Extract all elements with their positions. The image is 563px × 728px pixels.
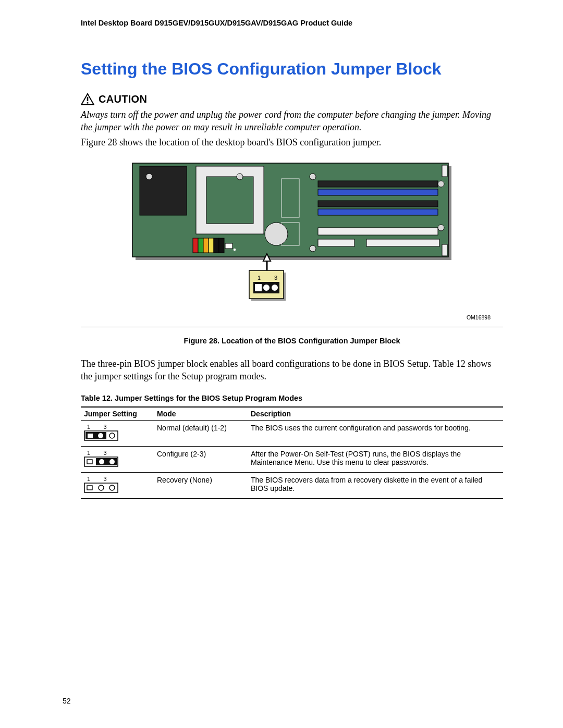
svg-rect-44	[88, 434, 93, 438]
figure-28: 1 3 OM16898	[81, 161, 503, 327]
motherboard-diagram: 1 3	[130, 161, 454, 312]
svg-point-10	[265, 223, 288, 245]
svg-rect-52	[84, 483, 118, 492]
cell-mode: Configure (2-3)	[154, 447, 248, 473]
svg-rect-11	[318, 181, 438, 187]
svg-rect-18	[442, 165, 447, 177]
cell-desc: After the Power-On Self-Test (POST) runs…	[248, 447, 503, 473]
svg-point-20	[146, 174, 152, 180]
svg-rect-13	[318, 201, 438, 207]
svg-rect-15	[318, 228, 438, 235]
figure-om-label: OM16898	[81, 314, 503, 320]
caution-heading: CAUTION	[81, 93, 503, 105]
svg-rect-26	[193, 238, 198, 253]
jumper-settings-table: Jumper Setting Mode Description 1 3	[81, 406, 503, 499]
callout-pin-1: 1	[258, 275, 261, 281]
svg-point-45	[98, 433, 103, 438]
pin-labels: 1 3	[84, 450, 151, 456]
table-row: 1 3 Recovery (None) The BIOS recovers da…	[81, 473, 503, 499]
svg-rect-7	[140, 166, 187, 215]
svg-rect-28	[203, 238, 209, 253]
pin-labels: 1 3	[84, 476, 151, 482]
svg-rect-1	[87, 97, 89, 101]
cell-mode: Recovery (None)	[154, 473, 248, 499]
svg-point-22	[310, 174, 316, 180]
warning-icon	[81, 93, 94, 105]
th-mode: Mode	[154, 407, 248, 421]
svg-rect-16	[366, 239, 439, 246]
figure-caption: Figure 28. Location of the BIOS Configur…	[81, 337, 503, 345]
svg-rect-6	[206, 177, 253, 224]
svg-point-41	[272, 285, 278, 291]
doc-header: Intel Desktop Board D915GEV/D915GUX/D915…	[81, 19, 503, 27]
th-desc: Description	[248, 407, 503, 421]
caution-label: CAUTION	[99, 93, 147, 105]
pin-labels: 1 3	[84, 424, 151, 430]
table-caption: Table 12. Jumper Settings for the BIOS S…	[81, 394, 503, 402]
after-figure-text: The three-pin BIOS jumper block enables …	[81, 357, 503, 383]
page-number: 52	[63, 697, 71, 705]
svg-rect-29	[209, 238, 214, 253]
svg-point-51	[109, 459, 115, 464]
svg-rect-39	[255, 284, 262, 291]
jumper-icon	[84, 483, 118, 493]
cell-desc: The BIOS uses the current configuration …	[248, 421, 503, 447]
svg-point-33	[234, 249, 236, 251]
svg-rect-19	[442, 244, 447, 256]
svg-point-50	[99, 459, 104, 464]
svg-point-40	[263, 285, 270, 291]
cell-desc: The BIOS recovers data from a recovery d…	[248, 473, 503, 499]
svg-point-25	[438, 225, 444, 231]
jumper-icon	[84, 456, 118, 467]
page-title: Setting the BIOS Configuration Jumper Bl…	[81, 59, 503, 79]
cell-mode: Normal (default) (1-2)	[154, 421, 248, 447]
callout-pin-3: 3	[274, 275, 277, 281]
svg-point-23	[438, 181, 444, 187]
jumper-icon	[84, 430, 118, 441]
svg-point-21	[237, 174, 243, 180]
table-row: 1 3 Configure (2-3) After the Power-On S…	[81, 447, 503, 473]
svg-rect-12	[318, 189, 438, 195]
intro-text: Figure 28 shows the location of the desk…	[81, 136, 503, 149]
svg-rect-27	[198, 238, 203, 253]
svg-rect-2	[87, 102, 89, 104]
caution-text: Always turn off the power and unplug the…	[81, 108, 503, 134]
svg-rect-14	[318, 209, 438, 215]
svg-rect-17	[318, 239, 354, 246]
svg-rect-32	[225, 243, 232, 249]
svg-rect-30	[214, 238, 219, 253]
svg-point-24	[310, 245, 316, 252]
svg-rect-31	[219, 238, 224, 253]
th-jumper: Jumper Setting	[81, 407, 154, 421]
table-row: 1 3 Normal (default) (1-2) The BIOS uses…	[81, 421, 503, 447]
